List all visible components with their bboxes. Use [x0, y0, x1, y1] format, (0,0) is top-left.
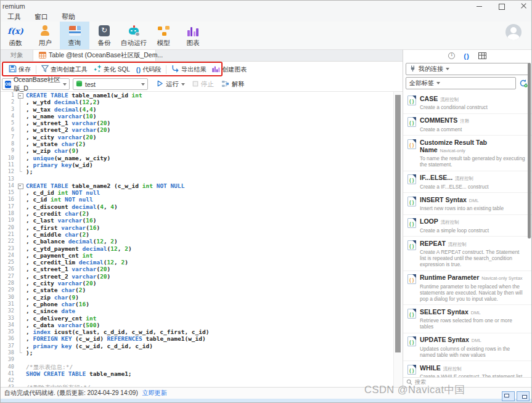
connection-select[interactable]: OB OceanBase社区版_D — [2, 78, 70, 90]
toolbar-button-创建图表[interactable]: 创建图表 — [209, 65, 250, 74]
fold-guide — [17, 356, 24, 363]
snippet-item-body: INSERT SyntaxDMLInsert new rows into an … — [420, 196, 504, 212]
code-line: 38); — [1, 349, 393, 356]
toolbar-button-label: 保存 — [18, 65, 31, 74]
sidebar-tab-icons: () — [403, 49, 531, 62]
fold-toggle-icon[interactable] — [17, 92, 24, 99]
code-line: 29, c_state char(2) — [1, 287, 393, 293]
snippet-item[interactable]: ()UPDATE SyntaxDMLUpdates columns of exi… — [403, 333, 531, 362]
snippet-item[interactable]: ()CASE流程控制Create a conditional construct — [403, 92, 531, 114]
database-value: test — [85, 81, 96, 88]
toolbar-button-查询创建工具[interactable]: 查询创建工具 — [38, 65, 91, 74]
code-text: , c_data varchar(500) — [24, 322, 100, 328]
code-line: 19, c_last varchar(16) — [1, 217, 393, 224]
menu-item-帮助[interactable]: 帮助 — [55, 12, 82, 22]
snippet-description: Retrieve rows selected from one or more … — [420, 317, 525, 330]
code-text: , primary key (c_w_id, c_d_id, c_id) — [24, 343, 153, 349]
code-text: , w_name varchar(10) — [24, 113, 96, 120]
snippet-tag: DML — [471, 310, 481, 315]
snippet-item[interactable]: ()LOOP流程控制Create a simple loop construct — [403, 215, 531, 237]
snippet-tag: DML — [472, 338, 481, 343]
tab-query-label: Table @test (OceanBase社区版_Dem... — [49, 51, 163, 60]
code-line: 31, c_phone char(16) — [1, 301, 393, 307]
code-text: , c_middle char(2) — [24, 231, 89, 238]
sidebar-scrollbar-thumb[interactable] — [528, 63, 531, 238]
layout-toggle-icon[interactable] — [517, 391, 530, 401]
snippet-tag: 流程控制 — [440, 97, 459, 102]
update-now-link[interactable]: 立即更新 — [142, 389, 167, 397]
code-line: 37, primary key (c_w_id, c_d_id, c_id) — [1, 343, 393, 349]
snippet-file-icon: () — [407, 240, 416, 250]
line-number: 11 — [1, 161, 17, 168]
tag-filter-select[interactable]: 全部标签 — [406, 77, 516, 89]
chevron-down-icon — [446, 68, 449, 70]
code-line: 27, c_street_2 varchar(20) — [1, 273, 393, 280]
code-text: /*显示表信息:*/ — [24, 364, 73, 370]
user-avatar[interactable] — [505, 24, 522, 40]
snippet-item[interactable]: ()IF...ELSE...流程控制Create a IF...ELSE... … — [403, 171, 531, 193]
stop-button[interactable]: 停止 — [190, 80, 216, 89]
connection-filter-value: 我的连接 — [419, 65, 443, 73]
toolbar-button-导出结果[interactable]: 导出结果 — [168, 65, 209, 74]
code-line: 7, w_city varchar(20) — [1, 134, 393, 140]
snippet-item[interactable]: ()Runtime ParameterNavicat-only SyntaxRu… — [403, 271, 531, 306]
ribbon-item-图表[interactable]: 图表 — [178, 22, 208, 49]
snippet-search[interactable]: 搜索 — [403, 377, 531, 387]
tab-objects[interactable]: 对象 — [1, 50, 33, 61]
braces-icon[interactable]: () — [464, 52, 470, 60]
ribbon-item-label: 图表 — [187, 39, 200, 47]
stop-label: 停止 — [201, 80, 214, 89]
connection-filter-select[interactable]: 我的连接 — [406, 63, 529, 75]
ribbon-item-函数[interactable]: f(x)函数 — [1, 22, 30, 49]
tab-query-active[interactable]: Table @test (OceanBase社区版_Dem... — [33, 50, 156, 61]
ribbon-item-备份[interactable]: ↻备份 — [89, 22, 119, 49]
layout-toggle-buttons — [502, 391, 530, 401]
toolbar-button-保存[interactable]: 保存 — [6, 65, 34, 74]
database-select[interactable]: test — [73, 78, 148, 90]
grid-icon[interactable] — [478, 52, 486, 59]
menu-item-工具[interactable]: 工具 — [1, 12, 28, 22]
run-button[interactable]: 运行 — [154, 80, 187, 89]
fold-toggle-icon[interactable] — [17, 182, 24, 189]
code-text: ); — [24, 349, 33, 356]
code-text: , c_credit char(2) — [24, 210, 89, 217]
editor-scrollbar-thumb[interactable] — [395, 95, 401, 352]
code-line: 22, c_balance decimal(12, 2) — [1, 238, 393, 245]
code-line: 17, c_discount decimal(4, 4) — [1, 203, 393, 210]
snippet-title: IF...ELSE...流程控制 — [420, 174, 489, 182]
toolbar-button-代码段[interactable]: ()代码段 — [133, 65, 164, 74]
line-number: 41 — [1, 370, 17, 377]
ribbon-item-查询[interactable]: 查询 — [60, 22, 89, 49]
snippet-item[interactable]: ()REPEAT流程控制Create A REPEAT construct. T… — [403, 237, 531, 271]
snippet-item[interactable]: ()SELECT SyntaxDMLRetrieve rows selected… — [403, 305, 531, 333]
snippet-item[interactable]: ()INSERT SyntaxDMLInsert new rows into a… — [403, 193, 531, 215]
layout-toggle-icon[interactable] — [502, 391, 515, 401]
ribbon-item-用户[interactable]: 用户 — [30, 22, 60, 49]
close-icon[interactable] — [520, 2, 528, 10]
code-line: 28, c_city varchar(20) — [1, 280, 393, 287]
info-icon[interactable] — [448, 52, 455, 59]
code-line: 13 — [1, 176, 393, 182]
code-text: SHOW CREATE TABLE table_name1; — [24, 370, 132, 377]
code-text: ); — [24, 168, 33, 175]
minimize-icon[interactable] — [476, 2, 483, 10]
code-line: 20, c_first varchar(16) — [1, 224, 393, 231]
sql-editor[interactable]: 1CREATE TABLE table_name1(w_id int2, w_y… — [1, 92, 393, 388]
menu-item-窗口[interactable]: 窗口 — [28, 12, 55, 22]
line-number: 8 — [1, 140, 17, 147]
maximize-icon[interactable] — [498, 2, 505, 10]
toolbar-button-美化 SQL[interactable]: 美化 SQL — [91, 65, 133, 74]
snippet-item[interactable]: ()COMMENTS注释Create a comment — [403, 114, 531, 136]
document-tab-bar: 对象 Table @test (OceanBase社区版_Dem... — [1, 49, 403, 62]
fold-guide — [17, 140, 24, 147]
toolbar-separator — [36, 65, 36, 74]
code-line: 4, w_name varchar(10) — [1, 113, 393, 120]
snippet-item[interactable]: ()WHILE流程控制Create a WHILE construct. The… — [403, 361, 531, 377]
snippet-file-icon: () — [407, 174, 416, 184]
explain-button[interactable]: 解释 — [219, 80, 247, 89]
snippet-item[interactable]: ()Customize Result Tab NameNavicat-onlyT… — [403, 136, 531, 171]
fold-guide — [17, 210, 24, 217]
ribbon-item-模型[interactable]: 模型 — [149, 22, 178, 49]
ribbon-item-自动运行[interactable]: 自动运行 — [119, 22, 149, 49]
run-icon — [157, 80, 163, 88]
